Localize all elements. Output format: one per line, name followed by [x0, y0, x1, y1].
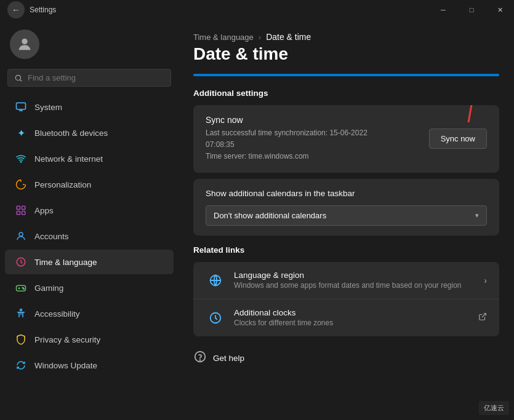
sidebar-item-label: Network & internet — [34, 154, 103, 164]
progress-bar — [193, 74, 499, 76]
svg-point-1 — [15, 75, 20, 80]
additional-clocks-icon — [206, 308, 225, 328]
sync-card: Sync now Last successful time synchroniz… — [193, 105, 499, 173]
back-button[interactable]: ← — [7, 1, 25, 18]
sidebar-item-update[interactable]: Windows Update — [5, 353, 174, 378]
breadcrumb-separator: › — [259, 33, 261, 42]
sidebar-item-label: Windows Update — [34, 361, 97, 370]
sidebar-item-accessibility[interactable]: Accessibility — [5, 301, 174, 326]
svg-rect-7 — [17, 206, 20, 209]
svg-rect-10 — [22, 212, 25, 215]
get-help-label: Get help — [213, 354, 244, 363]
related-links-title: Related links — [193, 245, 499, 255]
annotation-arrow — [444, 105, 493, 129]
sidebar-item-label: Bluetooth & devices — [34, 129, 108, 138]
app-body: System ✦ Bluetooth & devices Network & i… — [0, 20, 514, 420]
sidebar-item-gaming[interactable]: Gaming — [5, 275, 174, 300]
help-icon — [193, 350, 207, 367]
accounts-icon — [15, 230, 27, 242]
svg-rect-8 — [22, 206, 25, 209]
link-subtitle: Windows and some apps format dates and t… — [234, 281, 462, 290]
svg-rect-4 — [19, 110, 23, 111]
sync-now-button[interactable]: Sync now — [429, 129, 487, 149]
dropdown-arrow-icon: ▾ — [475, 212, 479, 220]
sidebar-item-bluetooth[interactable]: ✦ Bluetooth & devices — [5, 121, 174, 145]
language-region-icon — [206, 271, 225, 290]
close-button[interactable]: ✕ — [486, 0, 514, 20]
search-box[interactable] — [7, 69, 171, 87]
breadcrumb-current: Date & time — [266, 32, 311, 42]
titlebar-left: ← Settings — [7, 1, 56, 18]
watermark: 亿速云 — [479, 401, 509, 415]
link-text: Additional clocks Clocks for different t… — [234, 308, 333, 327]
sidebar-item-label: Personalization — [34, 180, 91, 189]
calendar-dropdown-value: Don't show additional calendars — [214, 211, 326, 220]
additional-clocks-link[interactable]: Additional clocks Clocks for different t… — [193, 299, 499, 336]
titlebar-title: Settings — [30, 6, 56, 14]
link-card-left: Additional clocks Clocks for different t… — [206, 308, 333, 328]
sidebar-item-label: Gaming — [34, 283, 63, 293]
link-text: Language & region Windows and some apps … — [234, 271, 462, 290]
sidebar-item-label: Privacy & security — [34, 335, 100, 344]
link-title: Language & region — [234, 271, 462, 280]
external-link-icon — [478, 312, 487, 323]
breadcrumb: Time & language › Date & time — [193, 32, 499, 42]
chevron-right-icon: › — [484, 275, 487, 285]
link-card-left: Language & region Windows and some apps … — [206, 271, 462, 290]
minimize-button[interactable]: ─ — [429, 0, 457, 20]
sidebar-item-label: System — [34, 103, 62, 112]
calendar-card: Show additional calendars in the taskbar… — [193, 179, 499, 236]
svg-point-11 — [19, 232, 23, 236]
personalization-icon — [15, 178, 27, 191]
svg-rect-5 — [20, 109, 22, 111]
svg-point-17 — [23, 288, 25, 290]
sync-title: Sync now — [206, 115, 367, 125]
svg-line-22 — [482, 314, 486, 317]
sidebar-item-system[interactable]: System — [5, 95, 174, 119]
apps-icon — [15, 204, 27, 216]
sidebar-item-apps[interactable]: Apps — [5, 198, 174, 223]
calendar-dropdown[interactable]: Don't show additional calendars ▾ — [206, 205, 487, 226]
link-subtitle: Clocks for different time zones — [234, 319, 333, 327]
svg-point-24 — [200, 360, 201, 360]
sidebar-item-network[interactable]: Network & internet — [5, 146, 174, 171]
sidebar-item-label: Accounts — [34, 232, 69, 241]
update-icon — [15, 359, 27, 371]
content-area: Time & language › Date & time Date & tim… — [179, 20, 514, 420]
accessibility-icon — [15, 307, 27, 320]
svg-point-0 — [22, 39, 27, 44]
titlebar: ← Settings ─ □ ✕ — [0, 0, 514, 20]
sidebar-profile — [0, 20, 179, 64]
sidebar-item-time[interactable]: Time & language — [5, 250, 174, 274]
time-icon — [15, 256, 27, 268]
maximize-button[interactable]: □ — [457, 0, 486, 20]
bluetooth-icon: ✦ — [15, 127, 27, 139]
additional-settings-title: Additional settings — [193, 89, 499, 98]
related-links-card: Language & region Windows and some apps … — [193, 262, 499, 336]
titlebar-controls: ─ □ ✕ — [429, 0, 514, 20]
svg-line-2 — [20, 79, 22, 81]
svg-rect-3 — [17, 103, 26, 109]
network-icon — [15, 153, 27, 165]
search-input[interactable] — [28, 73, 164, 82]
sidebar-item-label: Apps — [34, 206, 54, 215]
sidebar-item-personalization[interactable]: Personalization — [5, 172, 174, 197]
sync-detail: Last successful time synchronization: 15… — [206, 127, 367, 163]
breadcrumb-parent[interactable]: Time & language — [193, 33, 254, 42]
sidebar-item-label: Time & language — [34, 258, 97, 267]
sidebar-item-label: Accessibility — [34, 309, 80, 319]
get-help-row[interactable]: Get help — [193, 343, 499, 367]
svg-rect-9 — [17, 212, 20, 215]
svg-point-6 — [20, 162, 22, 163]
link-title: Additional clocks — [234, 308, 333, 317]
sidebar: System ✦ Bluetooth & devices Network & i… — [0, 20, 179, 420]
sync-info: Sync now Last successful time synchroniz… — [206, 115, 367, 163]
search-icon — [14, 74, 23, 82]
page-title: Date & time — [193, 44, 499, 64]
sidebar-item-accounts[interactable]: Accounts — [5, 224, 174, 248]
svg-point-18 — [20, 309, 22, 311]
privacy-icon — [15, 333, 27, 346]
avatar — [10, 30, 39, 59]
language-region-link[interactable]: Language & region Windows and some apps … — [193, 262, 499, 299]
sidebar-item-privacy[interactable]: Privacy & security — [5, 327, 174, 352]
